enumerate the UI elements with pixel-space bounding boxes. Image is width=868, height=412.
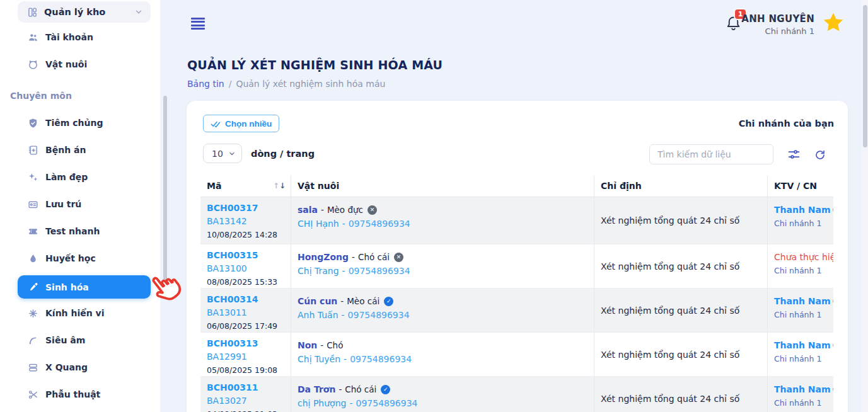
- test-code-link[interactable]: BCH00315: [207, 249, 291, 262]
- person-circle-icon: [832, 340, 833, 350]
- owner-phone-link[interactable]: 09754896934: [349, 219, 410, 229]
- sidebar-item-surgery[interactable]: Phẫu thuật: [28, 386, 100, 403]
- sparkles-icon: [28, 172, 38, 183]
- table-row[interactable]: BCH00314 BA13011 06/08/2025 17:49 Cún cu…: [200, 289, 833, 333]
- star-icon[interactable]: [821, 11, 846, 37]
- technician-link[interactable]: Thanh Nam: [774, 384, 833, 394]
- owner-phone-link[interactable]: 09754896934: [348, 310, 410, 320]
- pet-type: Chó: [327, 340, 343, 350]
- sidebar-item-warehouse[interactable]: Quản lý kho: [18, 1, 151, 23]
- sidebar-item-xray[interactable]: X Quang: [28, 359, 88, 375]
- sidebar-item-label: Sinh hóa: [45, 282, 89, 292]
- breadcrumb-separator: /: [229, 79, 232, 89]
- table-header-row: Mã ↑↓ Vật nuôi Chỉ định KTV / CN: [200, 175, 833, 197]
- owner-phone-link[interactable]: 09754896934: [350, 354, 412, 364]
- boarding-icon: [28, 199, 38, 210]
- sidebar-item-grooming[interactable]: Làm đẹp: [28, 169, 88, 185]
- technician-link[interactable]: Thanh Nam: [774, 340, 833, 350]
- pet-name-link[interactable]: Cún cun: [298, 296, 337, 306]
- column-header-ktv[interactable]: KTV / CN: [768, 175, 833, 197]
- ticket-icon: [28, 226, 38, 237]
- hamburger-menu-icon[interactable]: [191, 18, 205, 30]
- page-size-value: 10: [212, 149, 223, 159]
- sidebar-item-label: Tiêm chủng: [45, 118, 103, 128]
- owner-name-link[interactable]: chị Phượng: [298, 398, 346, 408]
- column-header-pet[interactable]: Vật nuôi: [291, 175, 594, 197]
- sidebar-item-hematology[interactable]: Huyết học: [28, 250, 96, 266]
- table-row[interactable]: BCH00311 BA13027 04/08/2025 21:03 Da Trơ…: [200, 377, 833, 412]
- droplet-icon: [28, 253, 38, 264]
- medical-record-icon: [28, 145, 38, 156]
- owner-phone-link[interactable]: 09754896934: [356, 398, 418, 408]
- sidebar-item-biochemistry[interactable]: Sinh hóa: [18, 275, 151, 299]
- sidebar-item-label: Kính hiển vi: [45, 308, 104, 318]
- owner-name-link[interactable]: Anh Tuấn: [298, 310, 339, 320]
- column-header-assignment[interactable]: Chỉ định: [594, 175, 768, 197]
- person-circle-icon: [832, 296, 833, 306]
- technician-link[interactable]: Thanh Nam: [774, 205, 833, 215]
- user-branch: Chi nhánh 1: [706, 26, 814, 36]
- verified-badge-icon: ✓: [384, 297, 393, 306]
- sidebar-item-label: Siêu âm: [45, 335, 85, 345]
- row-datetime: 08/08/2025 15:33: [207, 275, 291, 288]
- kanban-icon: [27, 7, 38, 18]
- pet-name-link[interactable]: sala: [298, 205, 318, 215]
- owner-name-link[interactable]: Chị Tuyền: [298, 354, 340, 364]
- sidebar-item-boarding[interactable]: Lưu trú: [28, 196, 81, 212]
- row-datetime: 10/08/2025 14:28: [207, 228, 291, 241]
- row-datetime: 05/08/2025 19:08: [207, 363, 291, 376]
- sidebar-item-medical-records[interactable]: Bệnh án: [28, 142, 86, 158]
- test-code-link[interactable]: BCH00314: [207, 293, 291, 306]
- assignment-text: Xét nghiệm tổng quát 24 chỉ số: [601, 394, 739, 404]
- pet-type: Chó cái: [358, 252, 390, 262]
- table-row[interactable]: BCH00313 BA12991 05/08/2025 19:08 Non - …: [200, 333, 833, 377]
- record-code-link[interactable]: BA13011: [207, 306, 291, 319]
- owner-name-link[interactable]: CHỊ Hạnh: [298, 219, 339, 229]
- sidebar-scrollbar-thumb[interactable]: [163, 96, 167, 292]
- sidebar-item-accounts[interactable]: Tài khoản: [28, 29, 93, 45]
- pet-name-link[interactable]: Non: [298, 340, 317, 350]
- owner-name-link[interactable]: Chị Trang: [298, 266, 339, 276]
- row-datetime: 04/08/2025 21:03: [207, 408, 291, 412]
- sidebar-item-vaccination[interactable]: Tiêm chủng: [28, 115, 103, 131]
- breadcrumb-home-link[interactable]: Bảng tin: [187, 79, 224, 89]
- sidebar-item-label: Lưu trú: [45, 199, 81, 209]
- technician-link[interactable]: Thanh Nam: [774, 296, 833, 306]
- sidebar-item-label: Tài khoản: [45, 32, 93, 42]
- filter-sliders-icon[interactable]: [787, 148, 801, 161]
- user-menu[interactable]: ANH NGUYÊN Chi nhánh 1: [706, 13, 814, 36]
- column-header-code[interactable]: Mã ↑↓: [200, 175, 291, 197]
- pet-name-link[interactable]: HongZong: [298, 252, 349, 262]
- search-input[interactable]: [649, 144, 773, 164]
- test-code-link[interactable]: BCH00317: [207, 202, 291, 215]
- row-branch: Chi nhánh 1: [774, 398, 833, 408]
- owner-phone-link[interactable]: 09754896934: [349, 266, 410, 276]
- deceased-badge-icon: ✕: [367, 205, 377, 215]
- sidebar-item-rapid-test[interactable]: Test nhanh: [28, 223, 100, 239]
- record-code-link[interactable]: BA12991: [207, 350, 291, 363]
- table-row[interactable]: BCH00315 BA13100 08/08/2025 15:33 HongZo…: [200, 244, 833, 289]
- window-scrollbar-track[interactable]: [862, 0, 868, 412]
- sidebar-item-microscope[interactable]: Kính hiển vi: [28, 305, 104, 321]
- page-size-select[interactable]: 10: [203, 144, 242, 163]
- refresh-icon[interactable]: [814, 149, 826, 161]
- sidebar-item-label: Huyết học: [45, 253, 96, 263]
- row-branch: Chi nhánh 1: [774, 310, 833, 319]
- pet-name-link[interactable]: Da Trơn: [298, 384, 335, 394]
- test-code-link[interactable]: BCH00311: [207, 381, 291, 394]
- sort-icon[interactable]: ↑↓: [273, 181, 286, 190]
- users-icon: [28, 32, 38, 43]
- window-scrollbar-thumb[interactable]: [863, 5, 867, 147]
- record-code-link[interactable]: BA13027: [207, 394, 291, 408]
- sidebar-item-pets[interactable]: Vật nuôi: [28, 56, 87, 72]
- record-code-link[interactable]: BA13100: [207, 262, 291, 275]
- table-row[interactable]: BCH00317 BA13142 10/08/2025 14:28 sala -…: [200, 197, 833, 244]
- sidebar-item-label: Test nhanh: [45, 226, 100, 236]
- pet-type: Chó cái: [345, 384, 376, 394]
- record-code-link[interactable]: BA13142: [207, 215, 291, 228]
- multi-select-button[interactable]: Chọn nhiều: [203, 115, 279, 132]
- xray-icon: [28, 362, 38, 373]
- row-datetime: 06/08/2025 17:49: [207, 319, 291, 332]
- sidebar-item-ultrasound[interactable]: Siêu âm: [28, 332, 85, 348]
- test-code-link[interactable]: BCH00313: [207, 337, 291, 350]
